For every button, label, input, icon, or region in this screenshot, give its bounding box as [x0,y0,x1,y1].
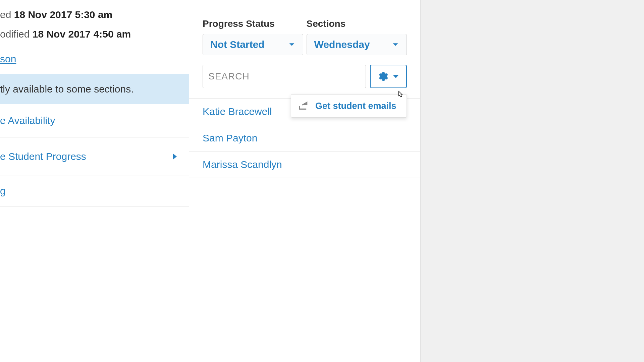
settings-button[interactable] [370,65,407,88]
export-icon [298,101,309,111]
chevron-right-icon [170,152,179,161]
banner-text: tly available to some sections. [0,83,134,95]
sections-value: Wednesday [314,39,370,50]
manage-availability-link[interactable]: e Availability [0,104,189,137]
truncated-link[interactable]: g [0,176,189,206]
gear-icon [378,71,388,81]
search-input[interactable] [203,65,366,88]
left-panel: ed 18 Nov 2017 5:30 am odified 18 Nov 20… [0,0,189,362]
created-prefix: ed [0,9,14,20]
get-emails-label: Get student emails [315,101,396,111]
student-item[interactable]: Sam Payton [189,125,420,152]
settings-menu: Get student emails [291,94,407,118]
modified-date-line: odified 18 Nov 2017 4:50 am [0,24,189,44]
get-student-emails-item[interactable]: Get student emails [291,95,407,117]
sections-filter-group: Sections Wednesday [307,18,407,55]
filter-row: Progress Status Not Started Sections Wed… [203,18,407,55]
chevron-down-icon [288,41,296,48]
progress-filter-group: Progress Status Not Started [203,18,303,55]
chevron-down-icon [392,41,399,48]
right-panel: Progress Status Not Started Sections Wed… [189,0,421,362]
search-row: Get student emails [203,65,407,88]
sections-label: Sections [307,18,407,29]
progress-status-value: Not Started [210,39,265,50]
availability-banner: tly available to some sections. [0,74,189,104]
caret-down-icon [393,75,399,78]
created-date: 18 Nov 2017 5:30 am [14,9,113,20]
background-area [421,0,644,362]
sections-dropdown[interactable]: Wednesday [307,34,407,55]
student-progress-label: e Student Progress [0,151,86,162]
progress-status-dropdown[interactable]: Not Started [203,34,303,55]
student-progress-row[interactable]: e Student Progress [0,137,189,176]
progress-status-label: Progress Status [203,18,303,29]
created-date-line: ed 18 Nov 2017 5:30 am [0,5,189,24]
student-item[interactable]: Marissa Scandlyn [189,152,420,178]
modified-prefix: odified [0,28,33,40]
modified-date: 18 Nov 2017 4:50 am [33,28,131,40]
lesson-link-row: son [0,44,189,74]
lesson-link[interactable]: son [0,53,16,64]
